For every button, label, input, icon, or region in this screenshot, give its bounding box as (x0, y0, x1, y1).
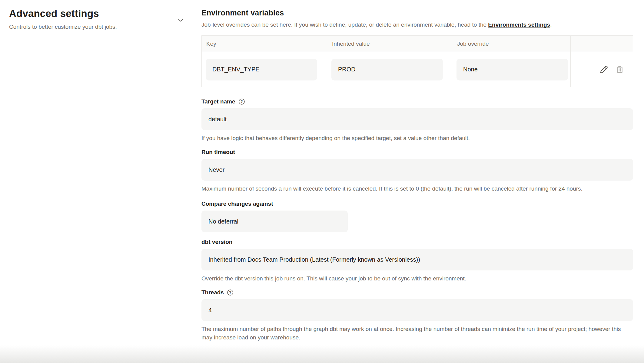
dbt-version-label: dbt version (201, 238, 232, 246)
page-title: Advanced settings (9, 8, 201, 19)
env-var-inherited-cell: PROD (327, 52, 453, 87)
run-timeout-help-text: Maximum number of seconds a run will exe… (201, 185, 633, 193)
run-timeout-field: Run timeout Maximum number of seconds a … (201, 149, 633, 193)
trash-icon (615, 65, 625, 74)
threads-input[interactable] (201, 299, 633, 321)
env-vars-description-text: Job-level overrides can be set here. If … (201, 21, 488, 28)
env-var-override-cell: None (453, 52, 570, 87)
pencil-icon (599, 64, 609, 75)
env-var-job-override-value: None (456, 59, 568, 80)
target-name-help-button[interactable]: ? (238, 98, 245, 105)
column-header-inherited-value: Inherited value (327, 36, 453, 52)
threads-field: Threads ? The maximum number of paths th… (201, 289, 633, 342)
env-vars-description-period: . (550, 21, 552, 28)
env-var-key-cell: DBT_ENV_TYPE (202, 52, 327, 87)
column-header-key: Key (202, 36, 327, 52)
target-name-label: Target name (201, 98, 235, 105)
svg-text:?: ? (229, 290, 231, 295)
table-row: DBT_ENV_TYPE PROD None (202, 52, 633, 87)
column-header-actions (570, 36, 633, 52)
target-name-help-text: If you have logic that behaves different… (201, 134, 633, 142)
compare-changes-input[interactable] (201, 211, 348, 232)
env-vars-description: Job-level overrides can be set here. If … (201, 20, 633, 29)
environments-settings-link[interactable]: Environments settings (488, 21, 550, 28)
chevron-down-icon (176, 16, 185, 24)
env-vars-table-header: Key Inherited value Job override (202, 36, 633, 52)
svg-text:?: ? (241, 100, 243, 104)
target-name-input[interactable] (201, 108, 633, 130)
threads-help-button[interactable]: ? (227, 289, 234, 296)
run-timeout-label: Run timeout (201, 149, 235, 156)
run-timeout-input[interactable] (201, 159, 633, 181)
dbt-version-field: dbt version Override the dbt version thi… (201, 238, 633, 283)
threads-help-text: The maximum number of paths through the … (201, 325, 633, 342)
help-circle-icon: ? (227, 289, 234, 296)
threads-label: Threads (201, 289, 224, 296)
compare-changes-label: Compare changes against (201, 200, 273, 208)
page-subtitle: Controls to better customize your dbt jo… (9, 24, 201, 30)
env-var-actions-cell (570, 52, 633, 87)
env-var-key-value: DBT_ENV_TYPE (206, 59, 317, 80)
target-name-field: Target name ? If you have logic that beh… (201, 98, 633, 142)
dbt-version-input[interactable] (201, 249, 633, 270)
delete-env-var-button[interactable] (614, 64, 626, 75)
column-header-job-override: Job override (453, 36, 570, 52)
env-vars-table: Key Inherited value Job override DBT_ENV… (201, 35, 633, 87)
advanced-settings-panel-header: Advanced settings Controls to better cus… (0, 0, 201, 363)
dbt-version-help-text: Override the dbt version this job runs o… (201, 274, 633, 283)
advanced-settings-content: Environment variables Job-level override… (201, 0, 633, 342)
help-circle-icon: ? (238, 98, 245, 105)
env-var-inherited-value: PROD (331, 59, 443, 80)
compare-changes-field: Compare changes against (201, 200, 633, 232)
collapse-section-button[interactable] (175, 15, 186, 25)
env-vars-heading: Environment variables (201, 8, 633, 17)
edit-env-var-button[interactable] (598, 64, 609, 75)
